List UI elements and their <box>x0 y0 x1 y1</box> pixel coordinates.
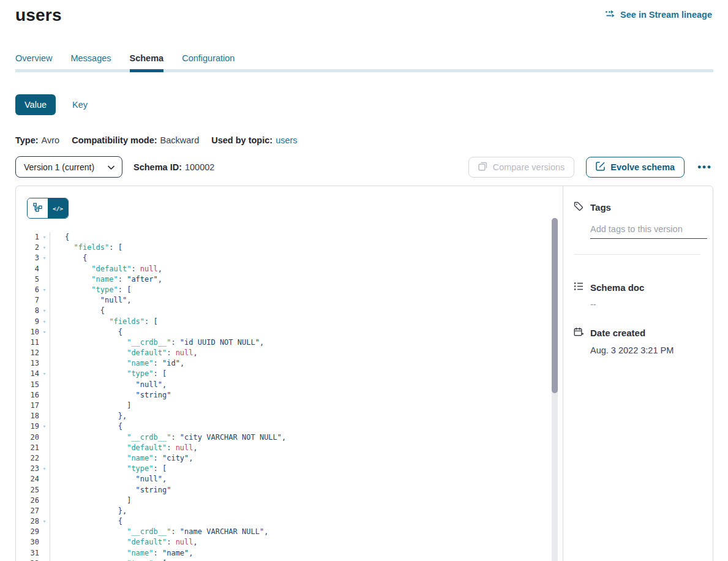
code-line: 6▾ "type": [ <box>16 285 563 295</box>
used-by-topic-link[interactable]: users <box>276 135 297 145</box>
code-text[interactable]: ] <box>50 495 563 506</box>
fold-gutter <box>39 432 50 443</box>
fold-gutter <box>39 274 50 285</box>
code-text[interactable]: { <box>50 516 563 527</box>
fold-gutter <box>39 390 50 401</box>
fold-gutter <box>39 443 50 453</box>
date-created-heading: Date created <box>590 328 645 338</box>
fold-toggle-icon[interactable]: ▾ <box>39 285 50 295</box>
tab-schema[interactable]: Schema <box>130 53 164 69</box>
code-text[interactable]: "default": null, <box>50 537 563 548</box>
line-number: 17 <box>16 401 39 411</box>
token-key: "__crdb__" <box>127 527 171 536</box>
code-line: 31 "name": "name", <box>16 548 563 559</box>
code-text[interactable]: "name": "name", <box>50 548 563 559</box>
stream-lineage-link[interactable]: See in Stream lineage <box>605 10 712 20</box>
version-select-value: Version 1 (current) <box>24 162 94 172</box>
fold-toggle-icon[interactable]: ▾ <box>39 464 50 474</box>
line-number: 28 <box>16 516 39 527</box>
editor-scrollbar-thumb[interactable] <box>552 218 558 393</box>
code-text[interactable]: "null", <box>50 474 563 484</box>
code-text[interactable]: "default": null, <box>50 443 563 453</box>
code-text[interactable]: { <box>50 232 563 243</box>
code-text[interactable]: "fields": [ <box>50 243 563 253</box>
line-number: 1 <box>16 232 39 243</box>
token-str: "city" <box>162 454 189 462</box>
code-line: 10▾ { <box>16 327 563 337</box>
tree-view-icon <box>33 203 42 214</box>
code-line: 20 "__crdb__": "city VARCHAR NOT NULL", <box>16 432 563 443</box>
code-text[interactable]: "null", <box>50 380 563 390</box>
code-text[interactable]: "type": [ <box>50 464 563 474</box>
code-text[interactable]: "string" <box>50 485 563 495</box>
fold-toggle-icon[interactable]: ▾ <box>39 369 50 379</box>
code-text[interactable]: "type": [ <box>50 285 563 295</box>
editor-scrollbar-track[interactable] <box>552 218 558 561</box>
line-number: 10 <box>16 327 39 337</box>
code-text[interactable]: "type": [ <box>50 559 563 561</box>
code-text[interactable]: { <box>50 421 563 432</box>
code-view-button[interactable]: </> <box>48 198 68 218</box>
code-text[interactable]: "default": null, <box>50 264 563 274</box>
compare-versions-button[interactable]: Compare versions <box>468 157 575 178</box>
token-key: "default" <box>127 443 167 452</box>
view-mode-toggle: </> <box>27 198 69 219</box>
calendar-plus-icon <box>574 327 584 339</box>
token-p: { <box>118 422 122 431</box>
evolve-schema-button[interactable]: Evolve schema <box>586 157 685 178</box>
token-p: : [ <box>118 285 132 294</box>
token-key: "fields" <box>109 317 144 326</box>
add-tags-input[interactable] <box>590 223 707 239</box>
code-text[interactable]: "__crdb__": "id UUID NOT NULL", <box>50 337 563 348</box>
code-text[interactable]: ] <box>50 401 563 411</box>
line-number: 16 <box>16 390 39 401</box>
code-text[interactable]: "name": "city", <box>50 453 563 464</box>
code-text[interactable]: { <box>50 306 563 316</box>
fold-toggle-icon[interactable]: ▾ <box>39 253 50 263</box>
code-editor[interactable]: 1▾{2▾ "fields": [3▾ {4 "default": null,5… <box>16 232 563 561</box>
page-title: users <box>15 6 62 25</box>
code-text[interactable]: "default": null, <box>50 348 563 358</box>
code-line: 13 "name": "id", <box>16 358 563 369</box>
token-p: , <box>193 538 198 546</box>
code-line: 5 "name": "after", <box>16 274 563 285</box>
fold-toggle-icon[interactable]: ▾ <box>39 317 50 327</box>
fold-toggle-icon[interactable]: ▾ <box>39 232 50 243</box>
code-text[interactable]: "__crdb__": "city VARCHAR NOT NULL", <box>50 432 563 443</box>
code-text[interactable]: "string" <box>50 390 563 401</box>
more-actions-button[interactable]: ••• <box>696 161 713 173</box>
line-number: 9 <box>16 317 39 327</box>
fold-toggle-icon[interactable]: ▾ <box>39 306 50 316</box>
value-toggle-button[interactable]: Value <box>15 94 56 115</box>
key-toggle-button[interactable]: Key <box>72 100 88 110</box>
fold-toggle-icon[interactable]: ▾ <box>39 559 50 561</box>
tab-overview[interactable]: Overview <box>15 53 52 69</box>
token-p: , <box>162 380 167 389</box>
fold-gutter <box>39 495 50 506</box>
code-text[interactable]: "name": "after", <box>50 274 563 285</box>
fold-toggle-icon[interactable]: ▾ <box>39 243 50 253</box>
schema-doc-section: Schema doc -- <box>574 282 700 309</box>
token-p: ] <box>127 401 131 410</box>
code-text[interactable]: }, <box>50 506 563 516</box>
code-text[interactable]: { <box>50 253 563 263</box>
token-key: "name" <box>127 454 153 462</box>
code-text[interactable]: "__crdb__": "name VARCHAR NULL", <box>50 527 563 537</box>
code-text[interactable]: "fields": [ <box>50 317 563 327</box>
fold-gutter <box>39 380 50 390</box>
fold-gutter <box>39 537 50 548</box>
code-text[interactable]: }, <box>50 411 563 421</box>
code-text[interactable]: { <box>50 327 563 337</box>
code-line: 11 "__crdb__": "id UUID NOT NULL", <box>16 337 563 348</box>
fold-toggle-icon[interactable]: ▾ <box>39 327 50 337</box>
code-text[interactable]: "type": [ <box>50 369 563 379</box>
code-view-icon: </> <box>53 205 63 212</box>
version-select[interactable]: Version 1 (current) <box>15 156 122 178</box>
tree-view-button[interactable] <box>28 198 48 218</box>
fold-toggle-icon[interactable]: ▾ <box>39 421 50 432</box>
tab-messages[interactable]: Messages <box>70 53 111 69</box>
tab-configuration[interactable]: Configuration <box>182 53 235 69</box>
fold-toggle-icon[interactable]: ▾ <box>39 516 50 527</box>
code-text[interactable]: "name": "id", <box>50 358 563 369</box>
code-text[interactable]: "null", <box>50 295 563 306</box>
